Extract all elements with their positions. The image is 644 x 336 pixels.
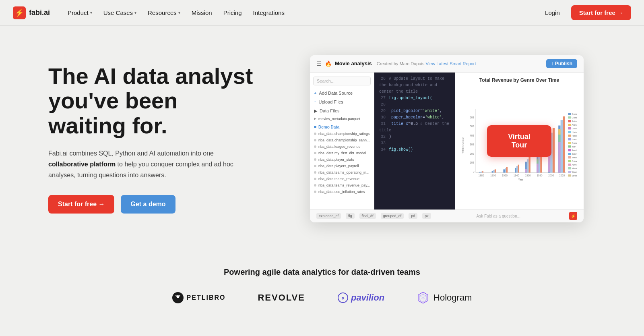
sidebar-file-item[interactable]: nba_data.league_revenue	[310, 143, 374, 150]
sidebar-file-item[interactable]: nba_data.teams_revenue_pay...	[310, 182, 374, 189]
nav-links: Product ▾ Use Cases ▾ Resources ▾ Missio…	[63, 6, 540, 19]
hero-heading: The AI data analyst you've been waiting …	[48, 64, 258, 138]
svg-text:Horror: Horror	[572, 138, 578, 141]
sidebar-file-item[interactable]: nba_data.my_first_dbt_model	[310, 150, 374, 156]
svg-rect-50	[558, 135, 560, 142]
svg-rect-72	[568, 149, 571, 151]
nav-item-use-cases[interactable]: Use Cases ▾	[99, 6, 141, 19]
svg-text:0: 0	[473, 170, 475, 173]
svg-rect-60	[568, 127, 571, 129]
dot-icon	[314, 158, 316, 161]
sidebar-file-item[interactable]: nba_data.player_stats	[310, 156, 374, 163]
petlibro-icon	[172, 292, 184, 303]
svg-rect-74	[568, 153, 571, 155]
svg-text:Science Fiction: Science Fiction	[572, 153, 578, 155]
hero-right: ☰ 🔥 Movie analysis Created by Marc Dupui…	[282, 55, 612, 222]
svg-rect-34	[525, 169, 527, 172]
logo-link[interactable]: ⚡ fabi.ai	[13, 6, 50, 19]
publish-button[interactable]: ↑ Publish	[546, 59, 577, 68]
logos-row: PETLIBRO REVOLVE p pavilion Hologram	[32, 291, 612, 304]
svg-rect-54	[568, 116, 571, 118]
sidebar-file-item[interactable]: nba_data.championship_sann...	[310, 137, 374, 143]
svg-text:Year: Year	[518, 178, 523, 181]
demo-data-header[interactable]: Demo Data	[310, 124, 374, 131]
fire-icon: 🔥	[325, 60, 332, 67]
hologram-logo: Hologram	[417, 291, 472, 304]
svg-rect-48	[563, 116, 565, 173]
nav-item-product[interactable]: Product ▾	[63, 6, 97, 19]
creator-link[interactable]: View Latest Smart Report	[425, 61, 476, 66]
hero-start-button[interactable]: Start for free →	[48, 195, 114, 214]
add-data-source-action[interactable]: + Add Data Source	[310, 89, 374, 97]
file-arrow-icon: ▶	[314, 117, 316, 120]
svg-text:1920: 1920	[502, 174, 508, 176]
navbar: ⚡ fabi.ai Product ▾ Use Cases ▾ Resource…	[0, 0, 644, 26]
powering-text: Powering agile data analytics for data-d…	[32, 268, 612, 277]
svg-rect-84	[568, 171, 571, 173]
nav-item-integrations[interactable]: Integrations	[248, 6, 289, 19]
fabi-icon: ⚡	[569, 212, 577, 220]
dot-icon	[314, 145, 316, 148]
mockup-body: Search... + Add Data Source ↑ Upload Fil…	[310, 73, 584, 209]
svg-text:War: War	[572, 145, 576, 148]
svg-text:Adventure: Adventure	[572, 164, 578, 166]
data-files-action[interactable]: ▶ Data Files	[310, 106, 374, 116]
svg-rect-70	[568, 145, 571, 147]
code-line: 31 title_x=0.5 # Center the title	[379, 121, 450, 134]
svg-text:Total Revenue: Total Revenue	[462, 137, 464, 153]
upload-files-action[interactable]: ↑ Upload Files	[310, 97, 374, 106]
mockup-footer: exploded_df fig final_df grouped_df pd p…	[310, 209, 584, 222]
sidebar-file-item[interactable]: nba_data.usd_inflation_rates	[310, 189, 374, 195]
svg-text:Music: Music	[572, 167, 578, 170]
svg-rect-42	[553, 128, 555, 172]
start-for-free-button[interactable]: Start for free →	[571, 5, 631, 20]
mockup-titlebar: ☰ 🔥 Movie analysis Created by Marc Dupui…	[310, 55, 584, 73]
dot-icon	[314, 178, 316, 180]
nav-item-mission[interactable]: Mission	[187, 6, 217, 19]
code-line: 27fig.update_layout(	[379, 95, 450, 102]
code-line: 30 paper_bgcolor='white',	[379, 114, 450, 121]
sidebar-file-item[interactable]: nba_data.players_payroll	[310, 163, 374, 169]
login-button[interactable]: Login	[540, 6, 565, 19]
hero-left: The AI data analyst you've been waiting …	[48, 64, 258, 214]
svg-text:History: History	[572, 131, 578, 133]
mockup-chart-area: Total Revenue by Genre Over Time 0 10B 2…	[455, 73, 584, 209]
petlibro-logo: PETLIBRO	[172, 292, 226, 303]
dot-icon	[314, 152, 316, 154]
nav-item-resources[interactable]: Resources ▾	[143, 6, 185, 19]
svg-rect-23	[493, 170, 495, 172]
hero-demo-button[interactable]: Get a demo	[121, 195, 175, 214]
svg-rect-33	[528, 156, 530, 172]
sidebar-search[interactable]: Search...	[313, 77, 371, 85]
sidebar-file-item[interactable]: nba_data.championship_ratings	[310, 131, 374, 137]
svg-text:p: p	[341, 296, 344, 300]
dot-icon	[314, 171, 316, 174]
sidebar-file-item[interactable]: nba_data.teams_revenue	[310, 176, 374, 182]
svg-text:Western: Western	[572, 171, 578, 173]
dashboard-mockup: ☰ 🔥 Movie analysis Created by Marc Dupui…	[310, 55, 584, 222]
footer-tag: fig	[346, 213, 355, 219]
chevron-down-icon: ▾	[134, 10, 136, 15]
code-line: 32)	[379, 134, 450, 140]
svg-rect-56	[568, 120, 571, 122]
svg-text:Comedy: Comedy	[572, 116, 578, 119]
svg-text:Romance: Romance	[572, 142, 578, 144]
dot-icon	[314, 165, 316, 167]
nav-item-pricing[interactable]: Pricing	[219, 6, 247, 19]
svg-rect-38	[537, 164, 539, 173]
virtual-tour-button[interactable]: Virtual Tour	[487, 125, 551, 157]
sidebar-file-item[interactable]: nba_data.teams_operating_in...	[310, 169, 374, 176]
svg-text:Crime: Crime	[572, 160, 578, 162]
svg-text:20B: 20B	[470, 152, 474, 155]
svg-rect-51	[558, 129, 560, 135]
svg-rect-82	[568, 167, 571, 169]
svg-rect-49	[558, 142, 560, 173]
plus-icon: +	[314, 91, 316, 95]
footer-tag: pd	[409, 213, 417, 219]
svg-text:60B: 60B	[470, 116, 474, 118]
sidebar-file-item[interactable]: ▶ movies_metadata.parquet	[310, 116, 374, 122]
svg-text:Fantasy: Fantasy	[572, 135, 578, 137]
svg-text:1900: 1900	[490, 174, 496, 176]
mockup-creator: Created by Marc Dupuis View Latest Smart…	[377, 61, 476, 66]
hero-buttons: Start for free → Get a demo	[48, 195, 258, 214]
